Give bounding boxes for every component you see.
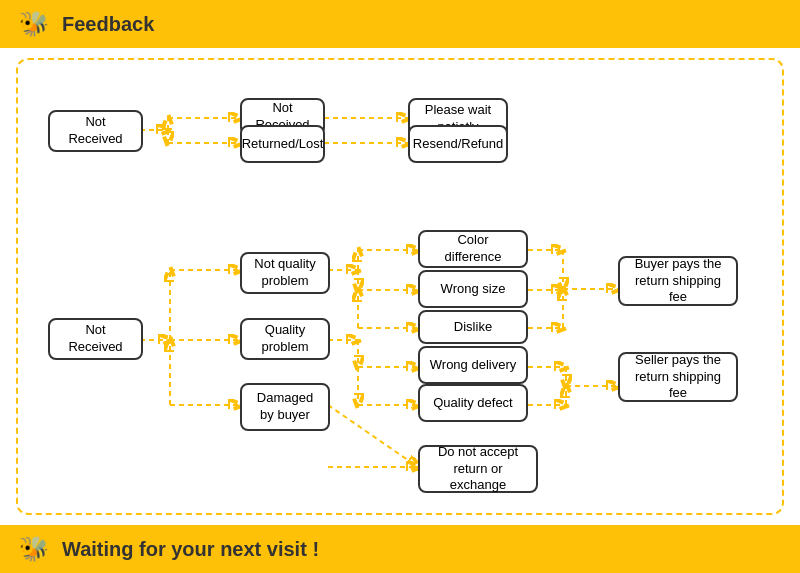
node-not-received-bottom-left: Not Received	[48, 318, 143, 360]
footer-title: Waiting for your next visit !	[62, 538, 319, 561]
node-damaged-by-buyer: Damaged by buyer	[240, 383, 330, 431]
node-not-quality-problem: Not quality problem	[240, 252, 330, 294]
header: 🐝 Feedback	[0, 0, 800, 48]
bee-icon-footer: 🐝	[16, 531, 52, 567]
svg-line-37	[328, 405, 418, 467]
node-quality-defect: Quality defect	[418, 384, 528, 422]
node-wrong-delivery: Wrong delivery	[418, 346, 528, 384]
footer: 🐝 Waiting for your next visit !	[0, 525, 800, 573]
diagram-container: Not Received Not Received Returned/Lost …	[16, 58, 784, 515]
node-not-received-top-left: Not Received	[48, 110, 143, 152]
node-returned-lost: Returned/Lost	[240, 125, 325, 163]
node-seller-pays: Seller pays the return shipping fee	[618, 352, 738, 402]
header-title: Feedback	[62, 13, 154, 36]
node-wrong-size: Wrong size	[418, 270, 528, 308]
bee-icon-header: 🐝	[16, 6, 52, 42]
node-dislike: Dislike	[418, 310, 528, 344]
node-quality-problem: Quality problem	[240, 318, 330, 360]
node-buyer-pays: Buyer pays the return shipping fee	[618, 256, 738, 306]
node-do-not-accept: Do not accept return or exchange	[418, 445, 538, 493]
node-resend-refund: Resend/Refund	[408, 125, 508, 163]
node-color-difference: Color difference	[418, 230, 528, 268]
